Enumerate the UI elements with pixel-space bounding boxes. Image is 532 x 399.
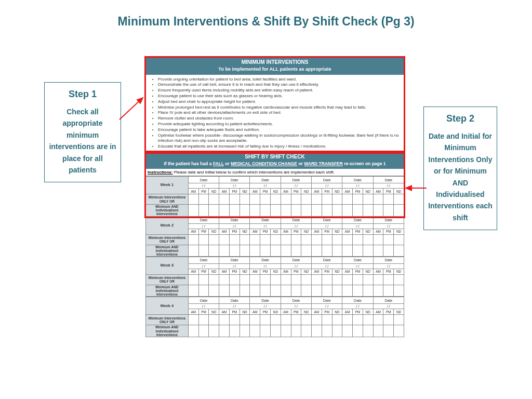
form-document: MINIMUM INTERVENTIONS To be implemented …: [145, 57, 404, 337]
week-table: Week 1DateDateDateDateDateDateDate/ // /…: [145, 176, 404, 216]
min-interv-header: MINIMUM INTERVENTIONS To be implemented …: [145, 57, 404, 75]
step2-box: Step 2 Date and Initial for Minimum Inte…: [423, 107, 497, 230]
min-interv-bullet: Encourage patient to use their aids such…: [158, 94, 399, 99]
arrow2-icon: [403, 183, 429, 193]
min-interv-bullet: Encourage patient to take adequate fluid…: [158, 127, 399, 133]
svg-line-0: [119, 98, 143, 119]
instructions-label: Instructions:: [148, 170, 172, 175]
step1-box: Step 1 Check all appropriate minimum int…: [44, 82, 121, 182]
step2-title: Step 2: [428, 113, 493, 124]
min-interv-bullets: Provide ongoing orientation for patient …: [145, 75, 404, 152]
shift-check-header: SHIFT BY SHIFT CHECK If the patient has …: [145, 152, 404, 169]
page-title: Minimum Interventions & Shift By Shift C…: [0, 15, 532, 29]
instructions-row: Instructions: Please date and initial be…: [145, 169, 404, 176]
min-interv-bullet: Provide ongoing orientation for patient …: [158, 77, 399, 83]
shift-check-subheading: If the patient has had a FALL or MEDICAL…: [164, 161, 385, 166]
min-interv-bullet: Adjust bed and chair to appropriate heig…: [158, 99, 399, 105]
week-table: Week 3DateDateDateDateDateDateDate/ // /…: [145, 257, 404, 297]
min-interv-bullet: Educate that all inpatients are at incre…: [158, 144, 399, 150]
step1-title: Step 1: [49, 89, 116, 100]
shift-check-heading: SHIFT BY SHIFT CHECK: [245, 154, 304, 159]
min-interv-bullet: Place IV pole and all other devices/atta…: [158, 110, 399, 116]
min-interv-bullet: Provide adequate lighting according to p…: [158, 122, 399, 127]
min-interv-bullet: Optimise footwear where possible- discou…: [158, 133, 399, 144]
min-interv-bullet: Demonstrate the use of call bell, ensure…: [158, 82, 399, 88]
weeks-container: Week 1DateDateDateDateDateDateDate/ // /…: [145, 176, 404, 337]
min-interv-subheading: To be implemented for ALL patients as ap…: [219, 66, 331, 72]
step2-body: Date and Initial for Minimum Interventio…: [428, 130, 493, 223]
step1-body: Check all appropriate minimum interventi…: [49, 106, 116, 176]
min-interv-bullet: Minimise prolonged bed-rest as it contri…: [158, 105, 399, 111]
week-table: Week 4DateDateDateDateDateDateDate/ // /…: [145, 297, 404, 337]
min-interv-bullet: Remove clutter and obstacles from room.: [158, 116, 399, 122]
min-interv-bullet: Ensure frequently used items including m…: [158, 88, 399, 94]
min-interv-heading: MINIMUM INTERVENTIONS: [242, 59, 309, 65]
arrow1-icon: [117, 94, 148, 125]
instructions-text: Please date and initial below to confirm…: [174, 170, 335, 175]
week-table: Week 2DateDateDateDateDateDateDate/ // /…: [145, 217, 404, 257]
